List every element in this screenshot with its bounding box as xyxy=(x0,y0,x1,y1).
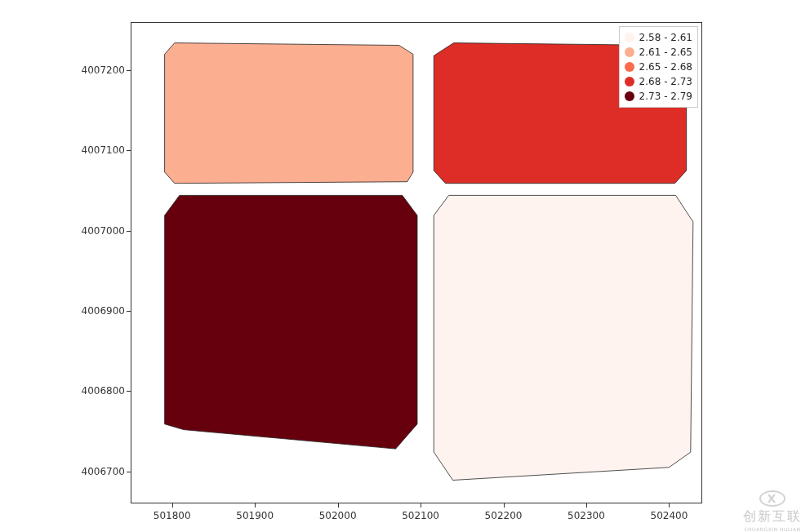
x-tick-mark xyxy=(172,503,173,508)
figure: 2.58 - 2.612.61 - 2.652.65 - 2.682.68 - … xyxy=(0,0,810,532)
x-tick-mark xyxy=(338,503,339,508)
y-tick-label: 4006800 xyxy=(80,385,125,397)
legend-swatch-icon xyxy=(625,33,634,42)
x-tick-label: 501800 xyxy=(154,510,191,521)
y-tick-mark xyxy=(127,311,131,312)
y-tick-label: 4007200 xyxy=(80,64,125,76)
legend-label: 2.68 - 2.73 xyxy=(639,74,692,89)
x-tick-label: 502300 xyxy=(567,510,605,521)
legend-row: 2.61 - 2.65 xyxy=(625,45,692,60)
legend-row: 2.65 - 2.68 xyxy=(625,60,692,74)
watermark-brand: 创新互联 xyxy=(743,508,802,525)
x-tick-mark xyxy=(504,503,505,508)
x-tick-mark xyxy=(255,503,256,508)
watermark-logo: X 创新互联 CHUANGXIN HULIAN xyxy=(740,494,805,527)
legend-row: 2.73 - 2.79 xyxy=(625,89,692,104)
legend-swatch-icon xyxy=(625,47,634,57)
legend-swatch-icon xyxy=(625,91,634,101)
x-tick-label: 502000 xyxy=(319,510,357,521)
y-tick-mark xyxy=(127,231,131,232)
y-tick-mark xyxy=(127,150,131,151)
watermark-sub: CHUANGXIN HULIAN xyxy=(744,526,800,532)
legend-label: 2.73 - 2.79 xyxy=(639,89,692,104)
x-tick-label: 502200 xyxy=(485,510,523,521)
x-tick-label: 502400 xyxy=(651,510,688,521)
x-tick-mark xyxy=(421,503,421,508)
x-tick-mark xyxy=(586,503,587,508)
plot-svg xyxy=(131,23,703,504)
legend-row: 2.58 - 2.61 xyxy=(625,30,692,45)
legend-swatch-icon xyxy=(625,62,634,72)
y-tick-label: 4006700 xyxy=(80,466,125,477)
plot-area: 2.58 - 2.612.61 - 2.652.65 - 2.682.68 - … xyxy=(131,22,702,503)
y-tick-mark xyxy=(127,391,131,392)
region-bottom-right xyxy=(434,195,693,480)
x-tick-label: 502100 xyxy=(402,510,439,521)
y-tick-label: 4007000 xyxy=(80,225,125,237)
legend-label: 2.61 - 2.65 xyxy=(639,45,692,60)
region-bottom-left xyxy=(165,195,417,449)
watermark-circle-icon: X xyxy=(759,490,786,507)
legend-swatch-icon xyxy=(625,77,634,86)
x-tick-label: 501900 xyxy=(236,510,274,521)
legend-label: 2.65 - 2.68 xyxy=(639,60,692,74)
y-tick-label: 4006900 xyxy=(80,305,125,317)
y-tick-label: 4007100 xyxy=(80,144,125,156)
legend: 2.58 - 2.612.61 - 2.652.65 - 2.682.68 - … xyxy=(619,26,698,108)
region-top-left xyxy=(165,43,413,184)
y-tick-mark xyxy=(127,472,131,472)
legend-row: 2.68 - 2.73 xyxy=(625,74,692,89)
y-tick-mark xyxy=(127,70,131,71)
x-tick-mark xyxy=(669,503,670,508)
legend-label: 2.58 - 2.61 xyxy=(639,30,692,45)
